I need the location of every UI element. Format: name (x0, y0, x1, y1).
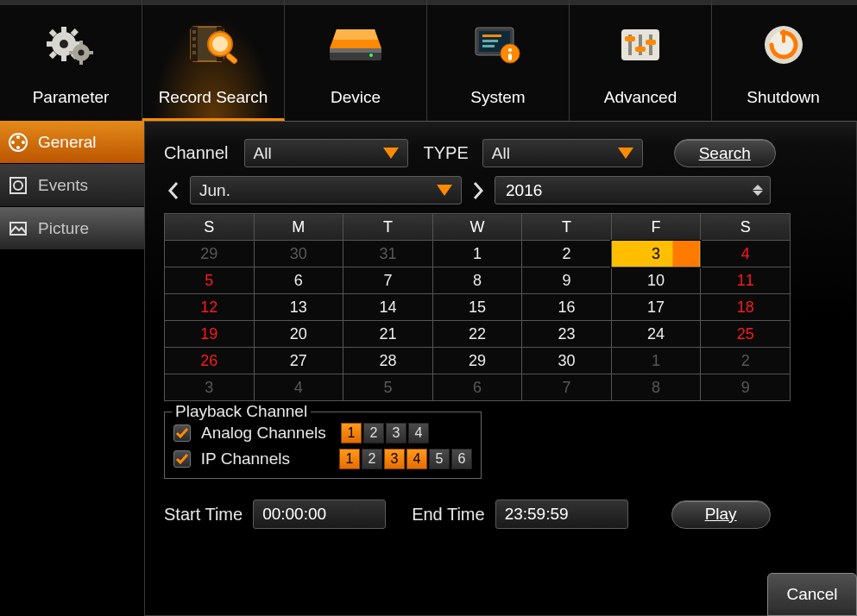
year-spinner[interactable]: 2016 (495, 176, 771, 204)
ip-checkbox[interactable] (173, 450, 191, 468)
play-button[interactable]: Play (671, 500, 771, 529)
monitor-info-icon (470, 21, 526, 69)
calendar-day[interactable]: 23 (522, 321, 612, 348)
sidebar-item-events[interactable]: Events (0, 164, 144, 207)
calendar-day[interactable]: 8 (611, 374, 701, 401)
svg-point-34 (369, 53, 373, 57)
calendar-day[interactable]: 27 (254, 348, 343, 374)
spinner-arrows-icon (753, 185, 763, 196)
tab-parameter[interactable]: Parameter (0, 0, 142, 121)
prev-month-button[interactable] (164, 178, 183, 204)
svg-point-56 (11, 141, 15, 144)
sidebar-item-general[interactable]: General (0, 121, 144, 164)
sliders-icon (616, 21, 665, 69)
start-time-value: 00:00:00 (262, 505, 326, 524)
sidebar: General Events Picture (0, 121, 144, 616)
channel-number[interactable]: 6 (451, 449, 472, 469)
search-button[interactable]: Search (674, 139, 776, 167)
calendar-day[interactable]: 14 (343, 294, 433, 321)
dropdown-arrow-icon (437, 185, 452, 196)
calendar-dow: M (254, 214, 343, 241)
calendar-day[interactable]: 1 (611, 348, 701, 374)
dropdown-arrow-icon (618, 148, 633, 159)
channel-number[interactable]: 2 (363, 423, 384, 443)
calendar-day[interactable]: 6 (254, 267, 343, 294)
channel-number[interactable]: 2 (362, 449, 382, 469)
calendar-day[interactable]: 2 (522, 241, 612, 267)
playback-title: Playback Channel (172, 402, 311, 421)
calendar-day[interactable]: 26 (165, 348, 255, 374)
calendar-day[interactable]: 6 (432, 374, 522, 401)
calendar-day[interactable]: 22 (432, 321, 522, 348)
calendar-day[interactable]: 20 (254, 321, 343, 348)
calendar-day[interactable]: 5 (343, 374, 433, 401)
svg-rect-2 (61, 27, 66, 34)
svg-rect-58 (10, 178, 26, 193)
start-time-input[interactable]: 00:00:00 (253, 500, 386, 529)
calendar-day[interactable]: 28 (343, 348, 433, 374)
calendar-day[interactable]: 7 (343, 267, 433, 294)
month-select[interactable]: Jun. (190, 176, 462, 204)
calendar-day[interactable]: 12 (165, 294, 255, 321)
calendar-day[interactable]: 9 (701, 374, 791, 401)
analog-channels-row: Analog Channels 1234 (173, 423, 472, 443)
calendar-day[interactable]: 31 (343, 241, 433, 267)
calendar-day[interactable]: 19 (165, 321, 255, 348)
calendar-dow: F (611, 214, 701, 241)
tab-system[interactable]: System (427, 0, 570, 121)
channel-select-value: All (254, 144, 272, 163)
channel-number[interactable]: 3 (384, 449, 405, 469)
cancel-button[interactable]: Cancel (767, 573, 857, 616)
calendar-day[interactable]: 3 (611, 241, 701, 267)
calendar-day[interactable]: 7 (522, 374, 612, 401)
tab-record-search[interactable]: Record Search (142, 0, 285, 121)
end-time-input[interactable]: 23:59:59 (495, 500, 628, 529)
sidebar-item-picture[interactable]: Picture (0, 207, 144, 250)
calendar-day[interactable]: 15 (432, 294, 522, 321)
svg-point-54 (16, 135, 20, 139)
tab-advanced[interactable]: Advanced (570, 0, 712, 121)
calendar-day[interactable]: 17 (611, 294, 701, 321)
calendar-day[interactable]: 2 (701, 348, 791, 374)
channel-number[interactable]: 5 (429, 449, 450, 469)
calendar-day[interactable]: 30 (522, 348, 612, 374)
calendar-day[interactable]: 13 (254, 294, 343, 321)
channel-select[interactable]: All (244, 139, 408, 167)
calendar-day[interactable]: 4 (701, 241, 791, 267)
svg-rect-21 (192, 44, 196, 47)
channel-number[interactable]: 4 (408, 423, 429, 443)
sidebar-item-label: Events (38, 176, 88, 195)
svg-point-11 (79, 50, 85, 56)
calendar-day[interactable]: 24 (611, 321, 701, 348)
channel-number[interactable]: 1 (341, 423, 362, 443)
calendar-day[interactable]: 3 (165, 374, 255, 401)
analog-checkbox[interactable] (173, 424, 191, 442)
calendar-day[interactable]: 8 (432, 267, 522, 294)
calendar-day[interactable]: 1 (432, 241, 522, 267)
calendar-day[interactable]: 4 (254, 374, 343, 401)
channel-number[interactable]: 3 (386, 423, 406, 443)
svg-rect-33 (330, 48, 381, 53)
calendar-day[interactable]: 18 (701, 294, 791, 321)
calendar-day[interactable]: 21 (343, 321, 433, 348)
calendar-day[interactable]: 9 (522, 267, 612, 294)
cancel-button-label: Cancel (786, 585, 837, 604)
calendar-day[interactable]: 10 (611, 267, 701, 294)
svg-rect-13 (79, 60, 83, 65)
svg-rect-47 (625, 36, 635, 41)
calendar-day[interactable]: 29 (432, 348, 522, 374)
tab-device[interactable]: Device (285, 0, 427, 121)
channel-number[interactable]: 1 (339, 449, 360, 469)
calendar-day[interactable]: 16 (522, 294, 612, 321)
calendar-day[interactable]: 11 (701, 267, 791, 294)
calendar-day[interactable]: 25 (701, 321, 791, 348)
reel-icon (7, 131, 29, 154)
next-month-button[interactable] (469, 178, 488, 204)
tab-shutdown[interactable]: Shutdown (712, 0, 854, 121)
type-select[interactable]: All (482, 139, 643, 167)
calendar-day[interactable]: 30 (254, 241, 343, 267)
svg-rect-45 (639, 35, 642, 55)
channel-number[interactable]: 4 (406, 449, 427, 469)
calendar-day[interactable]: 29 (165, 241, 255, 267)
calendar-day[interactable]: 5 (165, 267, 255, 294)
